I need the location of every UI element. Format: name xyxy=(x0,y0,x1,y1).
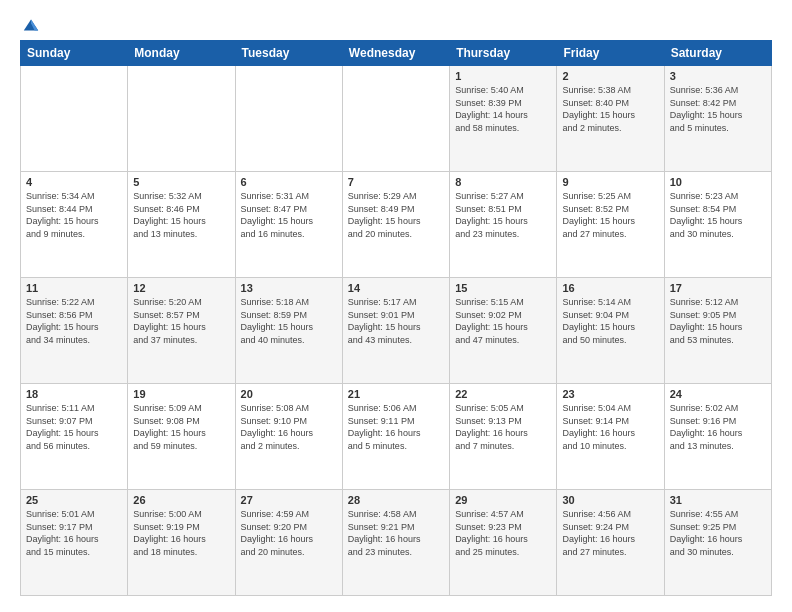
weekday-monday: Monday xyxy=(128,41,235,66)
weekday-thursday: Thursday xyxy=(450,41,557,66)
page: SundayMondayTuesdayWednesdayThursdayFrid… xyxy=(0,0,792,612)
day-info: Sunrise: 5:32 AMSunset: 8:46 PMDaylight:… xyxy=(133,190,229,240)
day-cell: 17Sunrise: 5:12 AMSunset: 9:05 PMDayligh… xyxy=(664,278,771,384)
day-number: 5 xyxy=(133,176,229,188)
week-row-5: 25Sunrise: 5:01 AMSunset: 9:17 PMDayligh… xyxy=(21,490,772,596)
weekday-friday: Friday xyxy=(557,41,664,66)
day-cell: 6Sunrise: 5:31 AMSunset: 8:47 PMDaylight… xyxy=(235,172,342,278)
day-cell xyxy=(342,66,449,172)
day-number: 7 xyxy=(348,176,444,188)
day-info: Sunrise: 5:02 AMSunset: 9:16 PMDaylight:… xyxy=(670,402,766,452)
day-cell xyxy=(21,66,128,172)
day-info: Sunrise: 5:34 AMSunset: 8:44 PMDaylight:… xyxy=(26,190,122,240)
day-info: Sunrise: 5:06 AMSunset: 9:11 PMDaylight:… xyxy=(348,402,444,452)
day-number: 21 xyxy=(348,388,444,400)
day-info: Sunrise: 5:01 AMSunset: 9:17 PMDaylight:… xyxy=(26,508,122,558)
day-cell xyxy=(235,66,342,172)
day-cell: 1Sunrise: 5:40 AMSunset: 8:39 PMDaylight… xyxy=(450,66,557,172)
day-cell: 5Sunrise: 5:32 AMSunset: 8:46 PMDaylight… xyxy=(128,172,235,278)
day-number: 31 xyxy=(670,494,766,506)
week-row-4: 18Sunrise: 5:11 AMSunset: 9:07 PMDayligh… xyxy=(21,384,772,490)
day-number: 1 xyxy=(455,70,551,82)
day-cell xyxy=(128,66,235,172)
day-number: 17 xyxy=(670,282,766,294)
day-info: Sunrise: 4:59 AMSunset: 9:20 PMDaylight:… xyxy=(241,508,337,558)
day-number: 15 xyxy=(455,282,551,294)
day-info: Sunrise: 4:55 AMSunset: 9:25 PMDaylight:… xyxy=(670,508,766,558)
day-info: Sunrise: 5:15 AMSunset: 9:02 PMDaylight:… xyxy=(455,296,551,346)
week-row-3: 11Sunrise: 5:22 AMSunset: 8:56 PMDayligh… xyxy=(21,278,772,384)
day-info: Sunrise: 5:08 AMSunset: 9:10 PMDaylight:… xyxy=(241,402,337,452)
day-number: 23 xyxy=(562,388,658,400)
day-info: Sunrise: 5:31 AMSunset: 8:47 PMDaylight:… xyxy=(241,190,337,240)
day-cell: 24Sunrise: 5:02 AMSunset: 9:16 PMDayligh… xyxy=(664,384,771,490)
day-number: 13 xyxy=(241,282,337,294)
day-cell: 12Sunrise: 5:20 AMSunset: 8:57 PMDayligh… xyxy=(128,278,235,384)
day-cell: 4Sunrise: 5:34 AMSunset: 8:44 PMDaylight… xyxy=(21,172,128,278)
day-info: Sunrise: 5:14 AMSunset: 9:04 PMDaylight:… xyxy=(562,296,658,346)
logo-icon xyxy=(22,16,40,34)
day-cell: 29Sunrise: 4:57 AMSunset: 9:23 PMDayligh… xyxy=(450,490,557,596)
day-cell: 7Sunrise: 5:29 AMSunset: 8:49 PMDaylight… xyxy=(342,172,449,278)
day-number: 9 xyxy=(562,176,658,188)
header xyxy=(20,16,772,30)
day-number: 12 xyxy=(133,282,229,294)
day-cell: 15Sunrise: 5:15 AMSunset: 9:02 PMDayligh… xyxy=(450,278,557,384)
logo xyxy=(20,16,40,30)
day-info: Sunrise: 5:40 AMSunset: 8:39 PMDaylight:… xyxy=(455,84,551,134)
day-number: 3 xyxy=(670,70,766,82)
day-info: Sunrise: 5:17 AMSunset: 9:01 PMDaylight:… xyxy=(348,296,444,346)
day-cell: 23Sunrise: 5:04 AMSunset: 9:14 PMDayligh… xyxy=(557,384,664,490)
weekday-saturday: Saturday xyxy=(664,41,771,66)
day-cell: 9Sunrise: 5:25 AMSunset: 8:52 PMDaylight… xyxy=(557,172,664,278)
day-cell: 3Sunrise: 5:36 AMSunset: 8:42 PMDaylight… xyxy=(664,66,771,172)
day-number: 26 xyxy=(133,494,229,506)
weekday-header-row: SundayMondayTuesdayWednesdayThursdayFrid… xyxy=(21,41,772,66)
day-info: Sunrise: 5:00 AMSunset: 9:19 PMDaylight:… xyxy=(133,508,229,558)
day-cell: 22Sunrise: 5:05 AMSunset: 9:13 PMDayligh… xyxy=(450,384,557,490)
day-info: Sunrise: 4:57 AMSunset: 9:23 PMDaylight:… xyxy=(455,508,551,558)
day-number: 10 xyxy=(670,176,766,188)
day-info: Sunrise: 4:58 AMSunset: 9:21 PMDaylight:… xyxy=(348,508,444,558)
day-number: 6 xyxy=(241,176,337,188)
day-number: 29 xyxy=(455,494,551,506)
day-cell: 16Sunrise: 5:14 AMSunset: 9:04 PMDayligh… xyxy=(557,278,664,384)
day-info: Sunrise: 5:05 AMSunset: 9:13 PMDaylight:… xyxy=(455,402,551,452)
day-info: Sunrise: 5:12 AMSunset: 9:05 PMDaylight:… xyxy=(670,296,766,346)
day-number: 22 xyxy=(455,388,551,400)
day-info: Sunrise: 5:22 AMSunset: 8:56 PMDaylight:… xyxy=(26,296,122,346)
day-info: Sunrise: 5:38 AMSunset: 8:40 PMDaylight:… xyxy=(562,84,658,134)
day-number: 8 xyxy=(455,176,551,188)
day-info: Sunrise: 5:04 AMSunset: 9:14 PMDaylight:… xyxy=(562,402,658,452)
day-cell: 14Sunrise: 5:17 AMSunset: 9:01 PMDayligh… xyxy=(342,278,449,384)
day-number: 16 xyxy=(562,282,658,294)
day-number: 18 xyxy=(26,388,122,400)
calendar-table: SundayMondayTuesdayWednesdayThursdayFrid… xyxy=(20,40,772,596)
day-number: 2 xyxy=(562,70,658,82)
day-info: Sunrise: 5:27 AMSunset: 8:51 PMDaylight:… xyxy=(455,190,551,240)
day-cell: 21Sunrise: 5:06 AMSunset: 9:11 PMDayligh… xyxy=(342,384,449,490)
day-info: Sunrise: 5:25 AMSunset: 8:52 PMDaylight:… xyxy=(562,190,658,240)
day-cell: 20Sunrise: 5:08 AMSunset: 9:10 PMDayligh… xyxy=(235,384,342,490)
day-cell: 31Sunrise: 4:55 AMSunset: 9:25 PMDayligh… xyxy=(664,490,771,596)
day-number: 11 xyxy=(26,282,122,294)
day-cell: 13Sunrise: 5:18 AMSunset: 8:59 PMDayligh… xyxy=(235,278,342,384)
weekday-tuesday: Tuesday xyxy=(235,41,342,66)
day-number: 30 xyxy=(562,494,658,506)
day-number: 24 xyxy=(670,388,766,400)
day-number: 14 xyxy=(348,282,444,294)
day-info: Sunrise: 5:20 AMSunset: 8:57 PMDaylight:… xyxy=(133,296,229,346)
day-cell: 25Sunrise: 5:01 AMSunset: 9:17 PMDayligh… xyxy=(21,490,128,596)
day-cell: 18Sunrise: 5:11 AMSunset: 9:07 PMDayligh… xyxy=(21,384,128,490)
day-info: Sunrise: 4:56 AMSunset: 9:24 PMDaylight:… xyxy=(562,508,658,558)
day-cell: 27Sunrise: 4:59 AMSunset: 9:20 PMDayligh… xyxy=(235,490,342,596)
day-number: 28 xyxy=(348,494,444,506)
week-row-1: 1Sunrise: 5:40 AMSunset: 8:39 PMDaylight… xyxy=(21,66,772,172)
day-info: Sunrise: 5:36 AMSunset: 8:42 PMDaylight:… xyxy=(670,84,766,134)
day-number: 25 xyxy=(26,494,122,506)
day-number: 27 xyxy=(241,494,337,506)
day-info: Sunrise: 5:11 AMSunset: 9:07 PMDaylight:… xyxy=(26,402,122,452)
day-cell: 11Sunrise: 5:22 AMSunset: 8:56 PMDayligh… xyxy=(21,278,128,384)
day-info: Sunrise: 5:29 AMSunset: 8:49 PMDaylight:… xyxy=(348,190,444,240)
weekday-sunday: Sunday xyxy=(21,41,128,66)
